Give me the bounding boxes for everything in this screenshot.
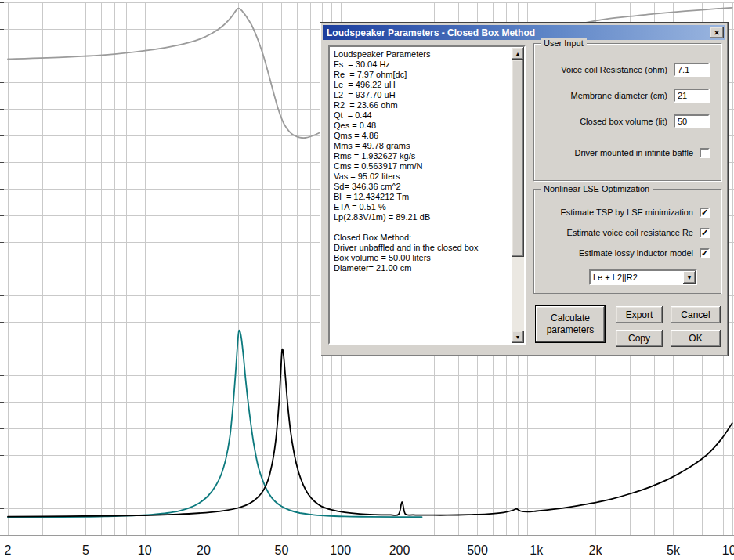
parameter-line: Diameter= 21.00 cm xyxy=(334,263,508,273)
lse-optimization-group: Nonlinear LSE Optimization Estimate TSP … xyxy=(533,189,721,294)
infinite-baffle-checkbox[interactable] xyxy=(700,148,710,158)
parameter-line: Re = 7.97 ohm[dc] xyxy=(334,70,508,80)
x-tick-label: 10 xyxy=(138,544,152,557)
export-button[interactable]: Export xyxy=(616,306,663,323)
parameter-line: Closed Box Method: xyxy=(334,233,508,243)
parameter-line: Mms = 49.78 grams xyxy=(334,141,508,151)
lse-group-title: Nonlinear LSE Optimization xyxy=(541,184,653,194)
infinite-baffle-row: Driver mounted in infinite baffle xyxy=(575,146,710,160)
voice-coil-resistance-label: Voice coil Resistance (ohm) xyxy=(561,65,667,74)
estimate-tsp-label: Estimate TSP by LSE minimization xyxy=(560,208,693,217)
close-icon: ✕ xyxy=(714,29,720,37)
estimate-tsp-row: Estimate TSP by LSE minimization ✓ xyxy=(560,205,710,219)
scroll-down-button[interactable]: ▼ xyxy=(512,331,524,343)
calculate-parameters-button[interactable]: Calculate parameters xyxy=(535,305,606,343)
close-button[interactable]: ✕ xyxy=(710,27,724,38)
parameter-line: ETA = 0.51 % xyxy=(334,202,508,212)
parameter-line xyxy=(334,222,508,233)
user-input-group-title: User Input xyxy=(541,38,587,49)
parameter-line: Loudspeaker Parameters xyxy=(334,49,508,60)
voice-coil-resistance-input[interactable] xyxy=(674,63,710,77)
x-tick-label: 100 xyxy=(330,544,351,557)
x-tick-label: 5k xyxy=(667,544,681,557)
dialog-title: Loudspeaker Parameters - Closed Box Meth… xyxy=(323,27,710,38)
parameter-line: Lp(2.83V/1m) = 89.21 dB xyxy=(334,212,508,222)
membrane-diameter-input[interactable] xyxy=(674,89,710,103)
voice-coil-resistance-row: Voice coil Resistance (ohm) xyxy=(561,63,710,77)
infinite-baffle-label: Driver mounted in infinite baffle xyxy=(575,148,693,157)
x-tick-label: 50 xyxy=(275,544,289,557)
estimate-inductor-row: Estimate lossy inductor model ✓ xyxy=(579,246,710,260)
parameter-line: Fs = 30.04 Hz xyxy=(334,60,508,70)
parameter-line: Driver unbaffled and in the closed box xyxy=(334,243,508,253)
dialog-titlebar[interactable]: Loudspeaker Parameters - Closed Box Meth… xyxy=(323,25,725,40)
x-tick-label: 20 xyxy=(197,544,211,557)
x-tick-label: 2k xyxy=(589,544,603,557)
x-tick-label: 1k xyxy=(530,544,544,557)
cancel-button[interactable]: Cancel xyxy=(671,306,721,323)
parameter-line: Qes = 0.48 xyxy=(334,121,508,131)
scroll-up-button[interactable]: ▲ xyxy=(512,47,524,60)
parameter-line: Box volume = 50.00 liters xyxy=(334,253,508,263)
parameter-line: L2 = 937.70 uH xyxy=(334,90,508,100)
dropdown-button[interactable]: ▼ xyxy=(683,271,696,284)
arrow-up-icon: ▲ xyxy=(515,51,521,56)
membrane-diameter-row: Membrane diameter (cm) xyxy=(571,89,710,103)
parameters-text: Loudspeaker ParametersFs = 30.04 HzRe = … xyxy=(330,47,512,343)
closed-box-volume-label: Closed box volume (lit) xyxy=(580,117,667,126)
parameters-text-panel[interactable]: Loudspeaker ParametersFs = 30.04 HzRe = … xyxy=(328,45,526,345)
scrollbar-track[interactable] xyxy=(512,60,524,331)
membrane-diameter-label: Membrane diameter (cm) xyxy=(571,91,667,100)
parameter-line: Sd= 346.36 cm^2 xyxy=(334,182,508,192)
impedance-free-air-curve xyxy=(8,331,422,518)
estimate-re-row: Estimate voice coil resistance Re ✓ xyxy=(567,226,710,240)
parameter-line: Qt = 0.44 xyxy=(334,110,508,121)
scrollbar-thumb[interactable] xyxy=(512,60,524,257)
parameter-line: R2 = 23.66 ohm xyxy=(334,100,508,110)
estimate-re-checkbox[interactable]: ✓ xyxy=(700,228,710,238)
parameter-line: Qms = 4.86 xyxy=(334,131,508,141)
x-tick-label: 500 xyxy=(467,544,488,557)
loudspeaker-parameters-dialog: Loudspeaker Parameters - Closed Box Meth… xyxy=(320,22,729,356)
inductor-model-value: Le + L2||R2 xyxy=(591,273,683,282)
parameter-line: Bl = 12.434212 Tm xyxy=(334,192,508,202)
user-input-group: User Input Voice coil Resistance (ohm) M… xyxy=(533,43,721,181)
x-tick-label: 2 xyxy=(5,544,12,557)
arrow-down-icon: ▼ xyxy=(515,334,521,340)
x-tick-label: 200 xyxy=(389,544,410,557)
copy-button[interactable]: Copy xyxy=(616,330,663,347)
vertical-scrollbar[interactable]: ▲ ▼ xyxy=(512,47,524,343)
ok-button[interactable]: OK xyxy=(671,330,721,347)
estimate-re-label: Estimate voice coil resistance Re xyxy=(567,228,693,237)
impedance-closed-box-curve xyxy=(8,349,732,517)
x-tick-label: 5 xyxy=(82,544,89,557)
parameter-line: Cms = 0.563917 mm/N xyxy=(334,161,508,172)
estimate-inductor-checkbox[interactable]: ✓ xyxy=(700,248,710,258)
inductor-model-dropdown[interactable]: Le + L2||R2 ▼ xyxy=(589,269,697,285)
x-tick-label: 10k xyxy=(722,544,734,557)
estimate-inductor-label: Estimate lossy inductor model xyxy=(579,248,693,258)
parameter-line: Vas = 95.02 liters xyxy=(334,172,508,182)
estimate-tsp-checkbox[interactable]: ✓ xyxy=(700,208,710,218)
dropdown-arrow-icon: ▼ xyxy=(687,275,692,280)
closed-box-volume-row: Closed box volume (lit) xyxy=(580,114,710,128)
parameter-line: Rms = 1.932627 kg/s xyxy=(334,151,508,161)
limp-impedance-view: 251020501002005001k2k5k10k Loudspeaker P… xyxy=(0,0,734,560)
parameter-line: Le = 496.22 uH xyxy=(334,80,508,90)
closed-box-volume-input[interactable] xyxy=(674,114,710,128)
